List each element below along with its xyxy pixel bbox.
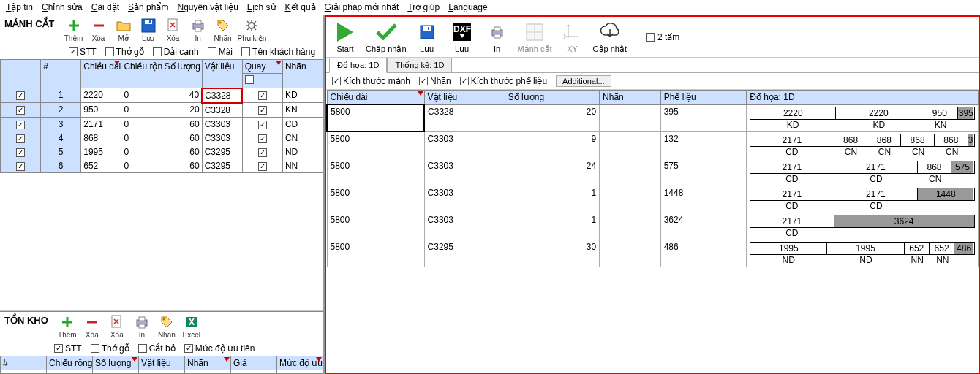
- folder-icon: [115, 18, 132, 34]
- phụ-kiện-button[interactable]: Phụ kiện: [236, 17, 268, 43]
- check-dải-cạnh[interactable]: Dải cạnh: [153, 47, 199, 57]
- menu-nguyên-vật-liệu[interactable]: Nguyên vật liệu: [177, 2, 238, 12]
- check-mức-độ-ưu-tiên[interactable]: Mức độ ưu tiên: [184, 343, 255, 354]
- xóa-button[interactable]: Xóa: [87, 17, 110, 43]
- svg-text:DXF: DXF: [453, 24, 471, 34]
- nhãn-button[interactable]: Nhãn: [155, 313, 178, 340]
- minus-icon: [90, 18, 108, 34]
- menubar: Tập tinChỉnh sửaCài đặtSản phẩmNguyên vậ…: [0, 0, 980, 15]
- table-row[interactable]: 12220040C3328KD: [1, 88, 323, 103]
- svg-rect-18: [428, 27, 429, 30]
- table-row[interactable]: 32171060C3303CD: [1, 117, 323, 131]
- svg-rect-2: [149, 20, 151, 23]
- cut-grid[interactable]: #Chiều dàiChiều rộngSố lượngVật liệuQuay…: [0, 59, 323, 173]
- check-kích-thước-phế-liệu[interactable]: Kích thước phế liệu: [460, 76, 547, 86]
- check-mài[interactable]: Mài: [208, 47, 233, 57]
- excel-icon: X: [183, 314, 200, 330]
- in-button[interactable]: In: [186, 17, 210, 43]
- stock-toolbar: ThêmXóaXóaInNhãnXExcel: [53, 312, 206, 341]
- checkbox-icon: [460, 77, 469, 85]
- excel-button[interactable]: XExcel: [180, 313, 203, 340]
- menu-kết-quả[interactable]: Kết quả: [285, 2, 316, 12]
- svg-rect-23: [494, 34, 500, 38]
- result-row[interactable]: 5800C33031362421713624CD: [327, 213, 979, 240]
- checkbox-icon: [332, 77, 341, 85]
- in-button[interactable]: In: [130, 313, 154, 340]
- svg-rect-22: [494, 27, 500, 31]
- svg-point-8: [249, 23, 255, 28]
- menu-language[interactable]: Language: [448, 2, 487, 12]
- save-icon: [140, 18, 157, 34]
- xy-icon: [559, 20, 586, 45]
- check-thớ-gỗ[interactable]: Thớ gỗ: [91, 343, 129, 354]
- check-kích-thước-mảnh[interactable]: Kích thước mảnh: [332, 76, 410, 86]
- thêm-button[interactable]: Thêm: [62, 17, 86, 43]
- check-cắt-bỏ[interactable]: Cắt bỏ: [138, 343, 176, 354]
- menu-giải-pháp-mới-nhất[interactable]: Giải pháp mới nhất: [325, 2, 399, 12]
- mở-button[interactable]: Mở: [112, 17, 135, 43]
- nhãn-button[interactable]: Nhãn: [211, 17, 235, 43]
- menu-cài-đặt[interactable]: Cài đặt: [91, 2, 119, 12]
- result-row[interactable]: 5800C32953048619951995652652486NDNDNNNN: [327, 240, 979, 267]
- table-row[interactable]: 6652060C3295NN: [1, 159, 323, 172]
- xóa-button[interactable]: Xóa: [80, 313, 104, 340]
- svg-rect-6: [195, 28, 201, 31]
- tab-đồ-họa-1d[interactable]: Đồ họa: 1D: [329, 58, 387, 73]
- xóa-button[interactable]: Xóa: [105, 313, 129, 340]
- xóa-button[interactable]: Xóa: [162, 17, 185, 43]
- checkbox-icon: [91, 344, 99, 353]
- lưu-button[interactable]: Lưu: [411, 18, 443, 56]
- check-stt[interactable]: STT: [69, 47, 97, 57]
- menu-trợ-giúp[interactable]: Trợ giúp: [407, 2, 440, 12]
- menu-sản-phẩm[interactable]: Sản phẩm: [128, 2, 168, 12]
- svg-rect-11: [139, 317, 145, 321]
- table-row[interactable]: 2950020C3328KN: [1, 103, 323, 118]
- svg-rect-1: [145, 20, 152, 24]
- svg-rect-5: [195, 20, 201, 24]
- menu-tập-tin[interactable]: Tập tin: [6, 2, 33, 12]
- result-grid[interactable]: Chiều dàiVật liệuSố lượngNhãnPhế liệuĐồ …: [326, 90, 979, 267]
- menu-lịch-sử[interactable]: Lịch sử: [247, 2, 276, 12]
- lưu-button[interactable]: DXFLưu: [446, 18, 478, 56]
- dxf-icon: DXF: [449, 20, 475, 45]
- result-row[interactable]: 5800C330311448217121711448CDCD: [327, 186, 979, 213]
- xy-button: XY: [557, 18, 589, 55]
- thêm-button[interactable]: Thêm: [56, 313, 79, 340]
- tabs: Đồ họa: 1DThống kê: 1D: [326, 58, 979, 73]
- printer-icon: [133, 314, 151, 330]
- result-row[interactable]: 5800C33282039522202220950395KDKDKN: [327, 104, 979, 131]
- result-row[interactable]: 5800C33032457521712171868575CDCDCN: [327, 159, 979, 186]
- two-panel-checkbox[interactable]: [646, 33, 655, 42]
- doc-x-icon: [165, 18, 182, 34]
- section-cut-title: MẢNH CẮT: [0, 15, 59, 32]
- lưu-button[interactable]: Lưu: [137, 17, 160, 43]
- doc-x-icon: [108, 314, 126, 330]
- table-row[interactable]: 51995060C3295ND: [1, 145, 323, 159]
- svg-rect-12: [139, 324, 145, 328]
- checkbox-icon: [208, 47, 216, 56]
- cập-nhật-button[interactable]: Cập nhật: [592, 18, 628, 56]
- check-thớ-gỗ[interactable]: Thớ gỗ: [105, 47, 144, 57]
- start-button[interactable]: Start: [329, 18, 361, 55]
- check-nhãn[interactable]: Nhãn: [419, 76, 451, 86]
- plus-icon: [59, 314, 76, 330]
- svg-rect-17: [423, 26, 431, 31]
- play-icon: [332, 20, 358, 45]
- result-row[interactable]: 5800C330391322171868868868868132CDCNCNCN…: [327, 131, 979, 159]
- check-stt[interactable]: STT: [54, 343, 82, 354]
- chấp-nhận-button[interactable]: Chấp nhận: [364, 18, 408, 56]
- table-row[interactable]: 4868060C3303CN: [1, 131, 323, 145]
- minus-icon: [83, 314, 101, 330]
- section-stock-title: TỒN KHO: [0, 312, 53, 329]
- printer-icon: [484, 20, 510, 45]
- cloud-icon: [597, 20, 623, 45]
- menu-chỉnh-sửa[interactable]: Chỉnh sửa: [42, 2, 83, 12]
- tab-thống-kê-1d[interactable]: Thống kê: 1D: [387, 58, 452, 72]
- in-button[interactable]: In: [481, 18, 513, 55]
- check-tên-khách-hàng[interactable]: Tên khách hàng: [241, 47, 315, 57]
- additional-button[interactable]: Additional...: [556, 75, 611, 87]
- checkbox-icon: [105, 47, 114, 56]
- stock-grid[interactable]: #Chiều rộngSố lượngVật liệuNhãnGiáMức độ…: [0, 356, 323, 374]
- checkbox-icon: [153, 47, 162, 56]
- svg-point-13: [162, 318, 165, 321]
